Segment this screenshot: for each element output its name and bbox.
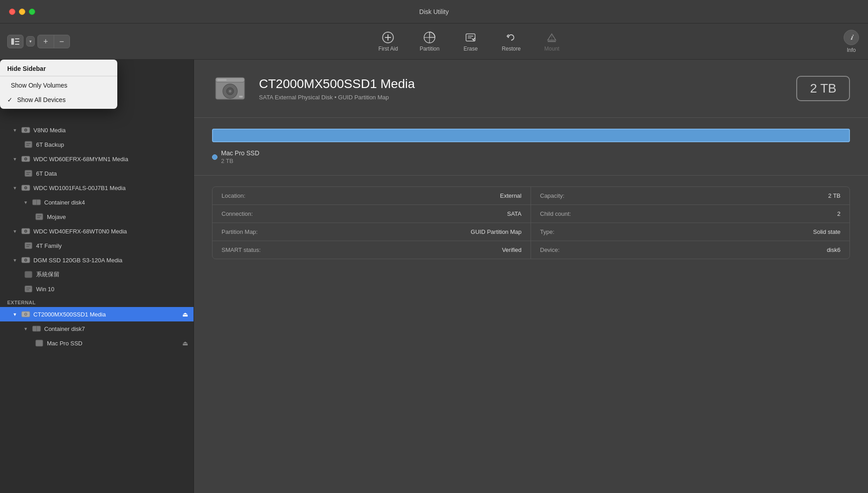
svg-rect-3 (15, 44, 19, 45)
svg-point-16 (25, 130, 26, 130)
sidebar-item-label: Win 10 (36, 286, 54, 293)
sidebar-item-mac-pro-ssd[interactable]: Mac Pro SSD ⏏ (0, 336, 194, 350)
sidebar-item-label: Mac Pro SSD (47, 340, 83, 347)
disk-icon (21, 226, 31, 236)
sidebar-item-6t-data[interactable]: 6T Data (0, 166, 194, 181)
show-only-volumes-label: Show Only Volumes (11, 82, 67, 89)
legend-info: Mac Pro SSD 2 TB (221, 149, 259, 164)
info-button[interactable]: 𝑖 (844, 30, 859, 45)
erase-button[interactable]: Erase (455, 28, 486, 55)
disk-icon (21, 154, 31, 164)
info-row-child-count: Child count: 2 (531, 205, 850, 223)
info-row-capacity: Capacity: 2 TB (531, 187, 850, 205)
volume-icon (23, 284, 33, 294)
device-size-badge: 2 TB (796, 76, 850, 101)
device-value: disk6 (827, 246, 840, 253)
window-title: Disk Utility (419, 8, 448, 15)
maximize-button[interactable] (29, 9, 35, 15)
svg-point-22 (25, 158, 26, 159)
titlebar: Disk Utility (0, 0, 868, 23)
restore-icon (505, 31, 517, 44)
show-only-volumes-item[interactable]: Show Only Volumes (0, 78, 117, 93)
external-section-label: External (0, 296, 194, 307)
partition-map-value: GUID Partition Map (471, 228, 522, 235)
sidebar-item-label: V8N0 Media (33, 127, 66, 134)
location-label: Location: (222, 192, 245, 199)
restore-label: Restore (502, 46, 521, 52)
device-image (212, 70, 248, 107)
info-row-partition-map: Partition Map: GUID Partition Map (212, 223, 531, 241)
sidebar-item-label: WDC WD1001FALS-00J7B1 Media (33, 185, 125, 191)
volume-icon (23, 241, 33, 251)
dropdown-header[interactable]: Hide Sidebar (0, 61, 117, 74)
sidebar-item-label: 6T Data (36, 170, 57, 177)
first-aid-button[interactable]: First Aid (372, 28, 404, 55)
chevron-icon: ▼ (13, 186, 18, 191)
close-button[interactable] (9, 9, 15, 15)
sidebar-item-win10[interactable]: Win 10 (0, 282, 194, 296)
sidebar-toggle-button[interactable] (7, 35, 23, 48)
remove-button[interactable]: − (54, 35, 70, 48)
sidebar-item-6t-backup[interactable]: 6T Backup (0, 137, 194, 152)
legend-size: 2 TB (221, 158, 259, 164)
sidebar-item-system-reserved[interactable]: 系統保留 (0, 267, 194, 282)
svg-point-28 (25, 187, 26, 188)
disk-icon (21, 125, 31, 135)
chevron-icon: ▼ (13, 312, 18, 317)
sidebar-item-container-disk7[interactable]: ▼ Container disk7 (0, 321, 194, 336)
svg-rect-38 (26, 244, 31, 245)
device-label: Device: (540, 246, 559, 253)
type-label: Type: (540, 228, 554, 235)
svg-rect-44 (25, 286, 32, 292)
mount-button[interactable]: Mount (536, 28, 568, 55)
volume-icon (34, 212, 44, 222)
container-icon (32, 197, 42, 207)
sidebar-item-container-disk4[interactable]: ▼ Container disk4 (0, 195, 194, 209)
svg-rect-31 (36, 214, 43, 220)
add-remove-group: + − (37, 35, 70, 48)
partition-button[interactable]: Partition (413, 28, 446, 55)
detail-panel: CT2000MX500SSD1 Media SATA External Phys… (194, 60, 868, 493)
partition-area: Mac Pro SSD 2 TB (194, 118, 868, 176)
erase-icon (464, 31, 477, 44)
volume-icon (23, 270, 33, 279)
chevron-icon: ▼ (13, 157, 18, 162)
sidebar-item-ct2000[interactable]: ▼ CT2000MX500SSD1 Media ⏏ (0, 307, 194, 321)
sidebar-item-label: 系統保留 (36, 270, 60, 279)
type-value: Solid state (813, 228, 840, 235)
add-button[interactable]: + (38, 35, 54, 48)
sidebar-chevron-button[interactable]: ▾ (26, 36, 35, 47)
device-header: CT2000MX500SSD1 Media SATA External Phys… (194, 60, 868, 118)
sidebar-item-wdc-wd60[interactable]: ▼ WDC WD60EFRX-68MYMN1 Media (0, 152, 194, 166)
chevron-icon: ▼ (13, 229, 18, 234)
disk-icon (21, 183, 31, 193)
legend-name: Mac Pro SSD (221, 149, 259, 157)
minimize-button[interactable] (19, 9, 25, 15)
info-row-device: Device: disk6 (531, 241, 850, 259)
sidebar-item-mojave[interactable]: Mojave (0, 209, 194, 224)
sidebar-item-4t-family[interactable]: 4T Family (0, 238, 194, 253)
toolbar: ▾ + − First Aid Partition (0, 23, 868, 60)
info-row-smart: SMART status: Verified (212, 241, 531, 259)
svg-rect-37 (25, 242, 32, 249)
smart-label: SMART status: (222, 246, 261, 253)
sidebar-item-wdc-v8n0[interactable]: ▼ V8N0 Media (0, 123, 194, 137)
sidebar-item-label: 4T Family (36, 242, 62, 249)
sidebar-item-wdc-wd40[interactable]: ▼ WDC WD40EFRX-68WT0N0 Media (0, 224, 194, 238)
sidebar-item-wdc-wd1001[interactable]: ▼ WDC WD1001FALS-00J7B1 Media (0, 181, 194, 195)
sidebar-item-label: Container disk7 (44, 326, 85, 332)
show-all-devices-item[interactable]: Show All Devices (0, 93, 117, 107)
svg-rect-23 (25, 170, 32, 177)
svg-rect-33 (37, 217, 40, 218)
chevron-icon: ▼ (13, 258, 18, 263)
dropdown-menu: Hide Sidebar Show Only Volumes Show All … (0, 60, 117, 109)
restore-button[interactable]: Restore (495, 28, 527, 55)
svg-point-57 (229, 90, 231, 93)
sidebar-item-dgm-ssd[interactable]: ▼ DGM SSD 120GB S3-120A Media (0, 253, 194, 267)
first-aid-icon (382, 31, 394, 44)
svg-point-36 (25, 231, 26, 232)
partition-legend: Mac Pro SSD 2 TB (212, 149, 850, 164)
toolbar-right: 𝑖 Info (844, 30, 859, 53)
disk-icon (21, 309, 31, 319)
chevron-icon: ▼ (23, 200, 29, 205)
